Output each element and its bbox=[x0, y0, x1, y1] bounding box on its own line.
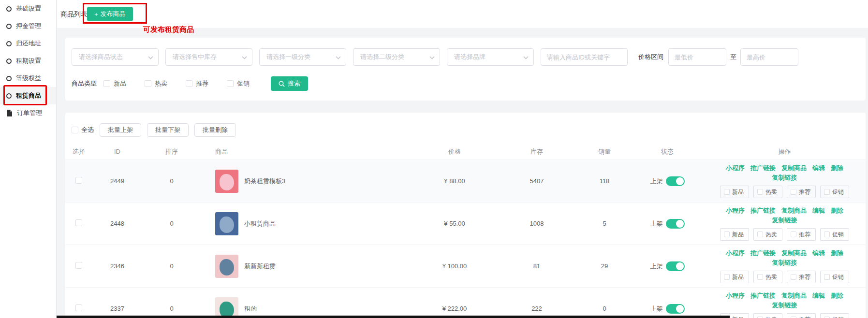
delete-link[interactable]: 删除 bbox=[831, 206, 843, 215]
category2-select[interactable]: 请选择二级分类 bbox=[353, 48, 440, 66]
checkbox-icon[interactable] bbox=[791, 189, 796, 195]
checkbox-icon[interactable] bbox=[757, 274, 763, 280]
tag-promotion-checkbox[interactable]: 促销 bbox=[820, 313, 849, 318]
tag-recommend-checkbox[interactable]: 推荐 bbox=[787, 271, 816, 283]
tag-recommend-checkbox[interactable]: 推荐 bbox=[787, 313, 816, 318]
sidebar-item-deposit-management[interactable]: 押金管理 bbox=[0, 17, 56, 35]
sidebar-item-rental-period[interactable]: 租期设置 bbox=[0, 52, 56, 70]
keyword-input[interactable] bbox=[541, 48, 628, 66]
mini-program-link[interactable]: 小程序 bbox=[726, 291, 745, 300]
search-button[interactable]: 搜索 bbox=[271, 76, 308, 91]
product-id: 2449 bbox=[92, 177, 143, 185]
sidebar-item-label: 等级权益 bbox=[16, 74, 41, 83]
mini-program-link[interactable]: 小程序 bbox=[726, 249, 745, 258]
type-checkbox-new[interactable]: 新品 bbox=[103, 79, 126, 88]
edit-link[interactable]: 编辑 bbox=[812, 249, 825, 258]
column-header: 销量 bbox=[578, 147, 631, 156]
filter-row: 请选择商品状态 请选择售中库存 请选择一级分类 请选择二级分类 请选择品牌 bbox=[72, 48, 798, 66]
batch-delete-button[interactable]: 批量删除 bbox=[194, 123, 236, 137]
row-checkbox[interactable] bbox=[75, 304, 82, 311]
copy-url-link[interactable]: 复制链接 bbox=[772, 216, 797, 225]
min-price-input[interactable] bbox=[668, 48, 726, 66]
sidebar-item-level-benefits[interactable]: 等级权益 bbox=[0, 70, 56, 87]
checkbox-icon[interactable] bbox=[145, 80, 151, 87]
on-shelf-toggle[interactable] bbox=[666, 304, 685, 314]
copy-url-link[interactable]: 复制链接 bbox=[772, 301, 797, 310]
sidebar-item-return-address[interactable]: 归还地址 bbox=[0, 35, 56, 52]
delete-link[interactable]: 删除 bbox=[831, 164, 843, 173]
copy-url-link[interactable]: 复制链接 bbox=[772, 173, 797, 182]
publish-product-button[interactable]: + 发布商品 bbox=[87, 7, 133, 21]
edit-link[interactable]: 编辑 bbox=[812, 164, 825, 173]
product-status-select[interactable]: 请选择商品状态 bbox=[72, 48, 159, 66]
promo-link-link[interactable]: 推广链接 bbox=[750, 249, 776, 258]
checkbox-icon[interactable] bbox=[791, 274, 796, 280]
tag-recommend-checkbox[interactable]: 推荐 bbox=[787, 186, 816, 198]
product-table-panel: 全选 批量上架 批量下架 批量删除 选择 ID 排序 商品 价格 库存 销量 状… bbox=[65, 113, 866, 318]
stock-filter-select[interactable]: 请选择售中库存 bbox=[165, 48, 252, 66]
checkbox-icon[interactable] bbox=[186, 80, 192, 87]
edit-link[interactable]: 编辑 bbox=[812, 291, 825, 300]
tag-new-checkbox[interactable]: 新品 bbox=[720, 228, 749, 241]
row-checkbox[interactable] bbox=[75, 219, 82, 226]
type-checkbox-promotion[interactable]: 促销 bbox=[227, 79, 250, 88]
on-shelf-toggle[interactable] bbox=[666, 261, 685, 271]
product-name: 租的 bbox=[244, 304, 257, 313]
delete-link[interactable]: 删除 bbox=[831, 249, 843, 258]
tag-new-checkbox[interactable]: 新品 bbox=[720, 271, 749, 283]
tag-hot-checkbox[interactable]: 热卖 bbox=[753, 186, 782, 198]
max-price-input[interactable] bbox=[740, 48, 798, 66]
checkbox-icon[interactable] bbox=[824, 231, 830, 237]
checkbox-icon[interactable] bbox=[757, 231, 763, 237]
batch-on-shelf-button[interactable]: 批量上架 bbox=[100, 123, 141, 137]
tag-recommend-checkbox[interactable]: 推荐 bbox=[787, 228, 816, 241]
promo-link-link[interactable]: 推广链接 bbox=[750, 291, 776, 300]
type-checkbox-hot[interactable]: 热卖 bbox=[145, 79, 167, 88]
edit-link[interactable]: 编辑 bbox=[812, 206, 825, 215]
promo-link-link[interactable]: 推广链接 bbox=[750, 206, 776, 215]
on-shelf-toggle[interactable] bbox=[666, 219, 685, 229]
batch-off-shelf-button[interactable]: 批量下架 bbox=[147, 123, 189, 137]
checkbox-label: 推荐 bbox=[196, 79, 208, 88]
checkbox-icon[interactable] bbox=[724, 274, 730, 280]
copy-product-link[interactable]: 复制商品 bbox=[781, 164, 807, 173]
tag-hot-checkbox[interactable]: 热卖 bbox=[753, 228, 782, 241]
on-shelf-toggle[interactable] bbox=[666, 176, 685, 186]
tag-promotion-checkbox[interactable]: 促销 bbox=[820, 186, 849, 198]
copy-product-link[interactable]: 复制商品 bbox=[781, 249, 807, 258]
mini-program-link[interactable]: 小程序 bbox=[726, 206, 745, 215]
product-stock: 81 bbox=[496, 262, 578, 270]
checkbox-icon[interactable] bbox=[724, 231, 730, 237]
promo-link-link[interactable]: 推广链接 bbox=[750, 164, 776, 173]
row-checkbox[interactable] bbox=[75, 262, 82, 269]
sidebar-item-rental-goods[interactable]: 租赁商品 bbox=[0, 87, 56, 104]
checkbox-icon[interactable] bbox=[72, 127, 78, 133]
mini-program-link[interactable]: 小程序 bbox=[726, 164, 745, 173]
tag-promotion-checkbox[interactable]: 促销 bbox=[820, 228, 849, 241]
tag-new-checkbox[interactable]: 新品 bbox=[720, 186, 749, 198]
type-checkbox-recommend[interactable]: 推荐 bbox=[186, 79, 208, 88]
table-header-row: 选择 ID 排序 商品 价格 库存 销量 状态 操作 bbox=[65, 144, 866, 159]
copy-product-link[interactable]: 复制商品 bbox=[781, 291, 807, 300]
tag-hot-checkbox[interactable]: 热卖 bbox=[753, 313, 782, 318]
sidebar-item-label: 基础设置 bbox=[16, 4, 41, 13]
sidebar-item-order-management[interactable]: 订单管理 bbox=[0, 104, 56, 122]
brand-select[interactable]: 请选择品牌 bbox=[447, 48, 534, 66]
checkbox-label: 新品 bbox=[114, 79, 126, 88]
select-all-checkbox[interactable]: 全选 bbox=[72, 126, 94, 134]
category1-select[interactable]: 请选择一级分类 bbox=[259, 48, 346, 66]
checkbox-icon[interactable] bbox=[227, 80, 234, 87]
row-checkbox[interactable] bbox=[75, 177, 82, 184]
checkbox-icon[interactable] bbox=[103, 80, 110, 87]
checkbox-icon[interactable] bbox=[824, 274, 830, 280]
checkbox-icon[interactable] bbox=[724, 189, 730, 195]
checkbox-icon[interactable] bbox=[791, 231, 796, 237]
delete-link[interactable]: 删除 bbox=[831, 291, 843, 300]
copy-url-link[interactable]: 复制链接 bbox=[772, 259, 797, 267]
checkbox-icon[interactable] bbox=[824, 189, 830, 195]
tag-hot-checkbox[interactable]: 热卖 bbox=[753, 271, 782, 283]
tag-promotion-checkbox[interactable]: 促销 bbox=[820, 271, 849, 283]
copy-product-link[interactable]: 复制商品 bbox=[781, 206, 807, 215]
checkbox-icon[interactable] bbox=[757, 189, 763, 195]
sidebar-item-basic-settings[interactable]: 基础设置 bbox=[0, 0, 56, 17]
